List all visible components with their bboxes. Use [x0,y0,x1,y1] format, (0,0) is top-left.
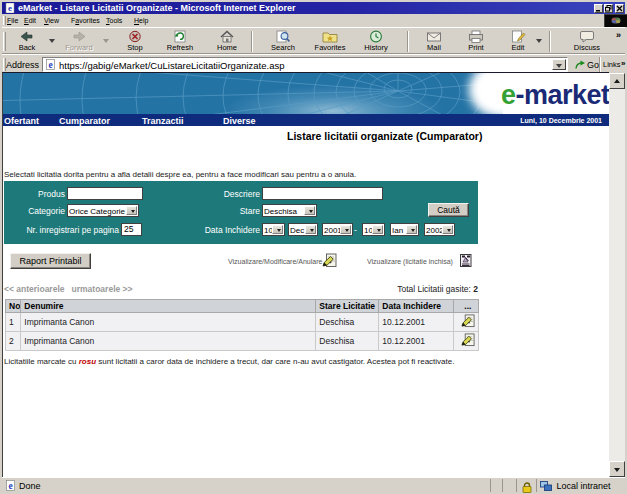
svg-text:e: e [48,60,52,70]
svg-text:e: e [8,3,12,13]
svg-text:e: e [8,481,12,491]
